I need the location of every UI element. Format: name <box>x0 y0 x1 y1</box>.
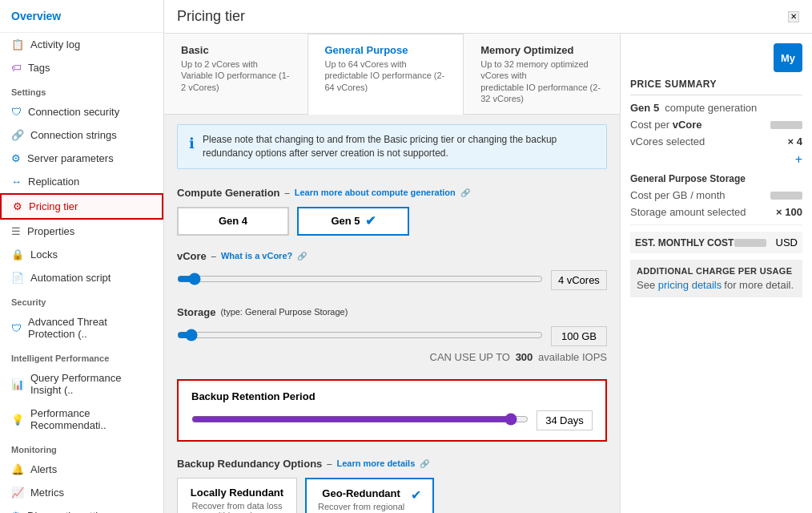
geo-redundant-content: Geo-Redundant Recover from regionaloutag… <box>318 487 404 513</box>
pricing-details-link[interactable]: pricing details <box>658 279 722 291</box>
sidebar-item-locks[interactable]: 🔒 Locks <box>0 243 163 266</box>
sidebar-item-server-parameters[interactable]: ⚙ Server parameters <box>0 147 163 170</box>
security-section-label: Security <box>0 289 163 310</box>
query-performance-icon: 📊 <box>11 378 24 390</box>
sidebar-overview-header[interactable]: Overview <box>0 0 163 33</box>
sidebar-item-diagnostic-settings[interactable]: ⚙ Diagnostic settings <box>0 504 163 513</box>
sidebar-item-properties[interactable]: ☰ Properties <box>0 220 163 243</box>
vcore-unit: vCores <box>567 274 600 286</box>
compute-generation-title: Compute Generation – Learn more about co… <box>177 187 607 199</box>
storage-value: 100 <box>561 330 579 342</box>
vcore-value: 4 <box>558 274 564 286</box>
metrics-icon: 📈 <box>11 487 24 499</box>
additional-charge-text: See pricing details for more detail. <box>637 279 796 291</box>
geo-check-icon: ✔ <box>411 487 421 503</box>
backup-value-box: 34 Days <box>537 410 593 430</box>
price-blurred-total <box>734 239 766 247</box>
backup-slider[interactable] <box>191 413 529 426</box>
sidebar-item-metrics[interactable]: 📈 Metrics <box>0 481 163 504</box>
sidebar-item-tags[interactable]: 🏷 Tags <box>0 56 163 79</box>
sidebar-item-automation-script[interactable]: 📄 Automation script <box>0 266 163 289</box>
price-summary-title: PRICE SUMMARY <box>630 79 802 95</box>
gen4-button[interactable]: Gen 4 <box>177 207 289 236</box>
sidebar-item-activity-log[interactable]: 📋 Activity log <box>0 33 163 56</box>
backup-slider-container <box>191 413 529 428</box>
storage-type: (type: General Purpose Storage) <box>220 307 348 317</box>
compute-gen-label: Gen 5 compute generation <box>630 102 757 114</box>
gen5-button[interactable]: Gen 5 ✔ <box>297 207 409 236</box>
tab-general-purpose[interactable]: General Purpose Up to 64 vCores withpred… <box>308 34 464 115</box>
price-logo: My <box>630 43 802 72</box>
cost-per-gb-value <box>770 192 802 200</box>
window-controls: ✕ <box>788 11 799 22</box>
locally-redundant-desc: Recover from data losswithin region <box>189 501 285 513</box>
close-button[interactable]: ✕ <box>788 11 799 22</box>
backup-retention-title: Backup Retention Period <box>191 390 593 402</box>
sidebar-item-label: Server parameters <box>27 152 114 164</box>
tab-general-purpose-title: General Purpose <box>324 44 447 56</box>
tab-basic-desc: Up to 2 vCores withVariable IO performan… <box>181 59 291 93</box>
sidebar-item-label: Alerts <box>30 463 57 475</box>
sidebar-item-label: Connection strings <box>30 129 117 141</box>
pricing-tier-icon: ⚙ <box>13 200 22 212</box>
page-title: Pricing tier <box>177 8 245 25</box>
sidebar-item-label: Advanced Threat Protection (.. <box>28 316 152 340</box>
sidebar-item-advanced-threat[interactable]: 🛡 Advanced Threat Protection (.. <box>0 310 163 345</box>
compute-generation-section: Compute Generation – Learn more about co… <box>164 179 620 247</box>
external-link-icon-redundancy: 🔗 <box>420 459 429 468</box>
cost-per-gb-label: Cost per GB / month <box>630 189 726 201</box>
tab-memory-optimized-desc: Up to 32 memory optimized vCores withpre… <box>480 59 603 104</box>
tab-memory-optimized[interactable]: Memory Optimized Up to 32 memory optimiz… <box>464 34 620 114</box>
main-body: Basic Up to 2 vCores withVariable IO per… <box>164 34 812 513</box>
redundancy-learn-more-link[interactable]: Learn more details <box>336 458 415 468</box>
storage-slider-container <box>177 329 543 344</box>
sidebar-item-replication[interactable]: ↔ Replication <box>0 170 163 193</box>
vcores-selected-row: vCores selected × 4 <box>630 135 802 147</box>
cost-per-vcore-value <box>770 121 802 129</box>
advanced-threat-icon: 🛡 <box>11 322 22 334</box>
geo-redundant-title: Geo-Redundant <box>318 487 404 499</box>
sidebar-item-label: Pricing tier <box>29 200 78 212</box>
sidebar-item-label: Query Performance Insight (.. <box>30 372 152 396</box>
plus-icon: + <box>630 152 802 167</box>
cost-per-vcore-label: Cost per vCore <box>630 119 702 131</box>
storage-unit: GB <box>581 330 597 342</box>
sidebar-item-label: Tags <box>28 62 50 74</box>
locally-redundant-tab[interactable]: Locally Redundant Recover from data loss… <box>177 478 297 513</box>
mysql-logo: My <box>774 43 802 72</box>
storage-slider-row: 100 GB <box>177 326 607 346</box>
sidebar-item-connection-security[interactable]: 🛡 Connection security <box>0 100 163 123</box>
learn-more-compute-link[interactable]: Learn more about compute generation <box>295 188 456 197</box>
cost-per-vcore-row: Cost per vCore <box>630 119 802 131</box>
storage-slider[interactable] <box>177 329 543 341</box>
sidebar-item-query-performance[interactable]: 📊 Query Performance Insight (.. <box>0 366 163 402</box>
monitoring-section-label: Monitoring <box>0 437 163 458</box>
iops-prefix: CAN USE UP TO <box>430 351 510 363</box>
storage-value-box: 100 GB <box>551 326 607 346</box>
sidebar-item-pricing-tier[interactable]: ⚙ Pricing tier <box>0 193 163 220</box>
info-text: Please note that changing to and from th… <box>203 133 595 160</box>
perf-recommendations-icon: 💡 <box>11 414 24 426</box>
price-divider <box>630 224 802 225</box>
settings-section-label: Settings <box>0 79 163 100</box>
check-icon: ✔ <box>365 213 376 228</box>
external-link-icon: 🔗 <box>460 188 470 197</box>
price-blurred-vcore <box>770 121 802 129</box>
what-is-vcore-link[interactable]: What is a vCore? <box>221 251 292 261</box>
vcore-slider[interactable] <box>177 273 543 285</box>
sidebar-item-label: Activity log <box>30 38 80 50</box>
tags-icon: 🏷 <box>11 62 22 74</box>
locks-icon: 🔒 <box>11 248 24 261</box>
tab-basic[interactable]: Basic Up to 2 vCores withVariable IO per… <box>164 34 308 114</box>
geo-redundant-tab[interactable]: Geo-Redundant Recover from regionaloutag… <box>305 478 434 513</box>
backup-unit: Days <box>560 414 584 426</box>
sidebar-item-connection-strings[interactable]: 🔗 Connection strings <box>0 123 163 147</box>
tab-general-purpose-desc: Up to 64 vCores withpredictable IO perfo… <box>324 59 447 93</box>
sidebar-item-alerts[interactable]: 🔔 Alerts <box>0 458 163 481</box>
intelligent-performance-label: Intelligent Performance <box>0 345 163 366</box>
connection-security-icon: 🛡 <box>11 106 22 118</box>
sidebar-item-label: Automation script <box>30 272 111 284</box>
alerts-icon: 🔔 <box>11 463 24 475</box>
replication-icon: ↔ <box>11 176 22 188</box>
sidebar-item-perf-recommendations[interactable]: 💡 Performance Recommendati.. <box>0 402 163 437</box>
